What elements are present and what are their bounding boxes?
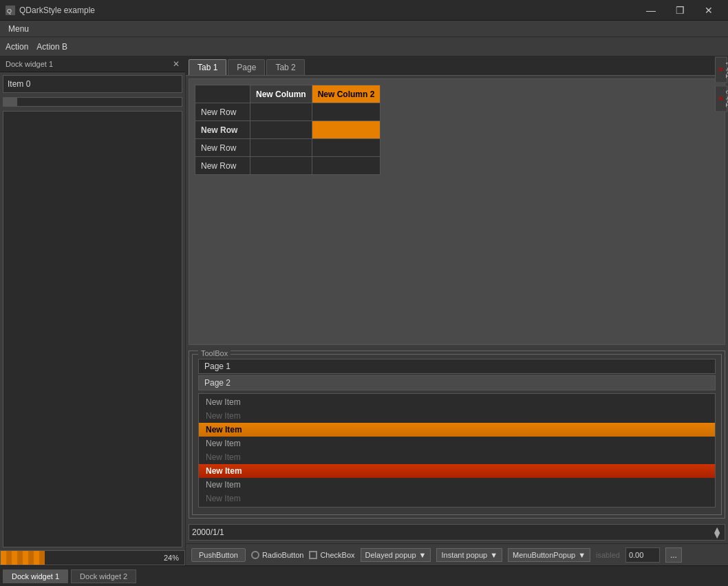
right-tab-2[interactable]: ✕ Tab 2	[715, 85, 727, 112]
minimize-button[interactable]: —	[637, 0, 665, 21]
date-edit[interactable]: 2000/1/1 ▲ ▼	[189, 524, 725, 541]
tab-page[interactable]: Page	[228, 59, 265, 75]
titlebar-left: Q QDarkStyle example	[6, 6, 95, 15]
menu-button-popup[interactable]: MenuButtonPopup ▼	[508, 548, 590, 562]
main-layout: Dock widget 1 ✕ Item 0 24% Tab 1 Page Ta…	[0, 56, 728, 565]
left-dock-header: Dock widget 1 ✕	[0, 56, 185, 72]
table-corner	[195, 85, 250, 103]
right-tabs: ✕ Tab 1 ✕ Tab 2	[714, 56, 728, 194]
tree-widget[interactable]: Item 0	[3, 75, 182, 93]
table-cell-2-1[interactable]	[250, 121, 312, 139]
table-col-2-header: New Column 2	[312, 85, 381, 103]
table-cell-1-2[interactable]	[312, 103, 381, 121]
right-tab-1-close[interactable]: ✕	[717, 66, 724, 73]
left-dock: Dock widget 1 ✕ Item 0 24%	[0, 56, 186, 565]
row-header-2: New Row	[195, 121, 250, 139]
progress-bar-container: 24%	[0, 550, 185, 565]
radio-button-text: RadioButton	[262, 551, 304, 559]
table-row: New Row	[195, 103, 381, 121]
toolbox: ToolBox Page 1 Page 2 New Item New Item …	[189, 350, 725, 519]
progress-bar-fill	[1, 551, 45, 565]
toolbox-label: ToolBox	[198, 349, 231, 357]
dock-tab-1[interactable]: Dock widget 1	[3, 569, 68, 583]
list-item-8[interactable]: New Item	[199, 492, 715, 505]
spinbox-input[interactable]	[625, 547, 660, 563]
dots-button[interactable]: ...	[665, 547, 682, 563]
table-widget[interactable]: New Column New Column 2 New Row New Row	[195, 85, 381, 175]
row-header-3: New Row	[195, 139, 250, 157]
table-cell-3-1[interactable]	[250, 139, 312, 157]
toolbox-page-2[interactable]: Page 2	[198, 375, 716, 390]
titlebar-controls: — ❒ ✕	[637, 0, 722, 21]
row-header-4: New Row	[195, 157, 250, 175]
horizontal-scrollbar[interactable]	[3, 97, 182, 107]
push-button[interactable]: PushButton	[191, 548, 246, 562]
table-cell-4-1[interactable]	[250, 157, 312, 175]
dropdown-arrow-2: ▼	[490, 551, 497, 559]
date-value: 2000/1/1	[192, 527, 224, 537]
disabled-label: isabled	[596, 551, 620, 559]
delayed-popup-button[interactable]: Delayed popup ▼	[361, 548, 431, 562]
right-tab-2-label: Tab 2	[725, 90, 728, 107]
right-tab-1-label: Tab 1	[725, 61, 728, 78]
table-row: New Row	[195, 157, 381, 175]
dropdown-arrow-1: ▼	[419, 551, 427, 559]
radio-circle	[251, 551, 259, 559]
center-area: Tab 1 Page Tab 2 New Column New Column 2	[186, 56, 728, 565]
left-dock-close-icon[interactable]: ✕	[173, 59, 180, 69]
app-title: QDarkStyle example	[19, 6, 95, 15]
tab-widget: Tab 1 Page Tab 2 New Column New Column 2	[186, 56, 728, 348]
table-col-1-header: New Column	[250, 85, 312, 103]
tree-item-label: Item 0	[8, 79, 30, 89]
svg-text:Q: Q	[7, 8, 12, 14]
table-cell-4-2[interactable]	[312, 157, 381, 175]
action-bar-bottom: PushButton RadioButton CheckBox Delayed …	[186, 543, 728, 565]
scrollbar-thumb	[3, 98, 17, 106]
titlebar: Q QDarkStyle example — ❒ ✕	[0, 0, 728, 21]
checkbox-label[interactable]: CheckBox	[309, 551, 354, 559]
app-icon: Q	[6, 6, 15, 15]
list-item-7[interactable]: New Item	[199, 478, 715, 492]
tab-2[interactable]: Tab 2	[266, 59, 304, 75]
tab-1[interactable]: Tab 1	[189, 59, 226, 75]
dropdown-arrow-3: ▼	[578, 551, 586, 559]
list-item-4[interactable]: New Item	[199, 437, 715, 450]
list-widget[interactable]	[3, 111, 182, 547]
list-item-3[interactable]: New Item	[199, 423, 715, 437]
action-button-action[interactable]: Action	[6, 42, 28, 52]
left-dock-title: Dock widget 1	[6, 60, 53, 68]
bottom-bar: Dock widget 1 Dock widget 2	[0, 565, 728, 586]
actionbar: Action Action B	[0, 37, 728, 56]
radio-button-label[interactable]: RadioButton	[251, 551, 304, 559]
dock-tab-2[interactable]: Dock widget 2	[71, 569, 136, 583]
checkbox-square	[309, 551, 317, 559]
tab-content: New Column New Column 2 New Row New Row	[189, 79, 725, 345]
toolbox-list: New Item New Item New Item New Item New …	[198, 393, 716, 507]
list-item-5[interactable]: New Item	[199, 450, 715, 464]
menubar: Menu	[0, 21, 728, 37]
progress-bar: 24%	[0, 550, 185, 565]
progress-label: 24%	[164, 554, 179, 562]
list-item-6[interactable]: New Item	[199, 464, 715, 478]
spin-down-icon[interactable]: ▼	[712, 532, 722, 538]
checkbox-text: CheckBox	[320, 551, 354, 559]
table-row: New Row	[195, 121, 381, 139]
row-header-1: New Row	[195, 103, 250, 121]
close-button[interactable]: ✕	[695, 0, 722, 21]
right-tab-1[interactable]: ✕ Tab 1	[715, 56, 727, 83]
maximize-button[interactable]: ❒	[666, 0, 694, 21]
table-cell-2-2[interactable]	[312, 121, 381, 139]
table-cell-1-1[interactable]	[250, 103, 312, 121]
action-button-actionb[interactable]: Action B	[36, 42, 67, 52]
menu-item-menu[interactable]: Menu	[3, 23, 34, 35]
table-row: New Row	[195, 139, 381, 157]
list-item-2[interactable]: New Item	[199, 409, 715, 423]
list-item-1[interactable]: New Item	[199, 395, 715, 409]
instant-popup-button[interactable]: Instant popup ▼	[436, 548, 502, 562]
table-cell-3-2[interactable]	[312, 139, 381, 157]
right-tab-2-close[interactable]: ✕	[717, 96, 724, 103]
toolbox-page-1[interactable]: Page 1	[198, 359, 716, 374]
date-spin-buttons[interactable]: ▲ ▼	[712, 527, 722, 538]
tab-bar: Tab 1 Page Tab 2	[186, 56, 728, 76]
